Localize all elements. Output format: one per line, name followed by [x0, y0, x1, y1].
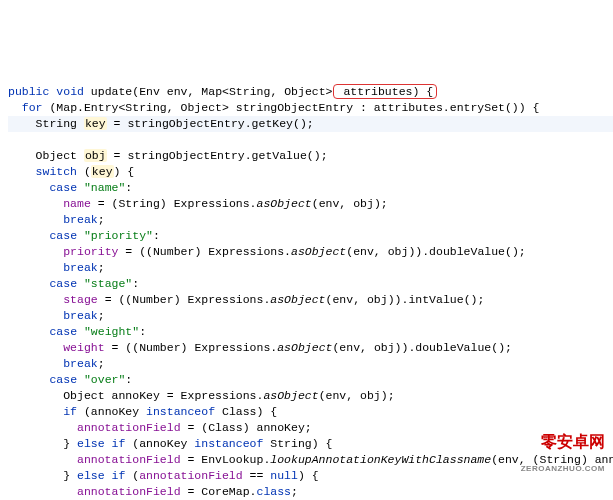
type: Class	[222, 405, 257, 418]
type: Object	[284, 85, 325, 98]
watermark-text: 零安卓网	[541, 433, 605, 450]
kw-break: break	[63, 213, 98, 226]
kw-instanceof: instanceof	[146, 405, 215, 418]
field: annotationField	[77, 421, 181, 434]
line: case "stage":	[8, 277, 139, 290]
kw-switch: switch	[36, 165, 77, 178]
method: asObject	[263, 389, 318, 402]
var: obj	[367, 293, 388, 306]
type: String	[229, 85, 270, 98]
kw-instanceof: instanceof	[194, 437, 263, 450]
watermark: 零安卓网 ZEROANZHUO.COM	[521, 424, 605, 475]
kw-case: case	[49, 325, 77, 338]
string: "priority"	[84, 229, 153, 242]
type: Env	[139, 85, 160, 98]
class: Expressions	[187, 293, 263, 306]
kw-break: break	[63, 309, 98, 322]
line: case "name":	[8, 181, 132, 194]
line: name = (String) Expressions.asObject(env…	[8, 197, 388, 210]
type: Number	[153, 245, 194, 258]
field: weight	[63, 341, 104, 354]
method: asObject	[257, 197, 312, 210]
method: doubleValue	[429, 245, 505, 258]
kw-break: break	[63, 261, 98, 274]
type: Class	[208, 421, 243, 434]
kw-case: case	[49, 277, 77, 290]
line: break;	[8, 309, 105, 322]
kw-elseif: else if	[77, 437, 125, 450]
field: priority	[63, 245, 118, 258]
var: env	[353, 245, 374, 258]
method: doubleValue	[415, 341, 491, 354]
method: entrySet	[450, 101, 505, 114]
var-key: key	[84, 117, 107, 130]
var: obj	[388, 245, 409, 258]
line: Object annoKey = Expressions.asObject(en…	[8, 389, 395, 402]
class: Expressions	[181, 389, 257, 402]
string: "stage"	[84, 277, 132, 290]
kw-case: case	[49, 373, 77, 386]
string: "weight"	[84, 325, 139, 338]
var: env	[319, 197, 340, 210]
var: stringObjectEntry	[127, 117, 244, 130]
line: stage = ((Number) Expressions.asObject(e…	[8, 293, 484, 306]
method: intValue	[408, 293, 463, 306]
field: annotationField	[139, 469, 243, 482]
method: asObject	[277, 341, 332, 354]
watermark-sub: ZEROANZHUO.COM	[521, 464, 605, 473]
type: Number	[132, 293, 173, 306]
kw-null: null	[270, 469, 298, 482]
kw-break: break	[63, 357, 98, 370]
class: Expressions	[208, 245, 284, 258]
field: annotationField	[77, 485, 181, 498]
line: case "weight":	[8, 325, 146, 338]
var: attributes	[374, 101, 443, 114]
field: annotationField	[77, 453, 181, 466]
kw-elseif: else if	[77, 469, 125, 482]
kw-class: class	[256, 485, 291, 498]
type: Object	[63, 389, 104, 402]
method-name: update	[91, 85, 132, 98]
line: case "over":	[8, 373, 132, 386]
type: String	[36, 117, 77, 130]
var: obj	[360, 389, 381, 402]
var-obj: obj	[84, 149, 107, 162]
line: switch (key) {	[8, 165, 134, 178]
kw-public: public	[8, 85, 49, 98]
line-highlighted: String key = stringObjectEntry.getKey();	[8, 116, 613, 132]
line: annotationField = CoreMap.class;	[8, 485, 298, 498]
type: String	[118, 197, 159, 210]
string: "name"	[84, 181, 125, 194]
class: CoreMap	[201, 485, 249, 498]
method: getKey	[252, 117, 293, 130]
field: stage	[63, 293, 98, 306]
class: EnvLookup	[201, 453, 263, 466]
var: obj	[374, 341, 395, 354]
kw-for: for	[22, 101, 43, 114]
kw-case: case	[49, 181, 77, 194]
line: weight = ((Number) Expressions.asObject(…	[8, 341, 512, 354]
class: Expressions	[194, 341, 270, 354]
line: } else if (annoKey instanceof String) {	[8, 437, 332, 450]
method: lookupAnnotationKeyWithClassname	[270, 453, 491, 466]
string: "over"	[84, 373, 125, 386]
line: case "priority":	[8, 229, 160, 242]
var: env	[339, 341, 360, 354]
kw-if: if	[63, 405, 77, 418]
var: annoKey	[256, 421, 304, 434]
line: for (Map.Entry<String, Object> stringObj…	[8, 101, 539, 114]
kw-case: case	[49, 229, 77, 242]
param: env	[167, 85, 188, 98]
line: break;	[8, 213, 105, 226]
method: asObject	[270, 293, 325, 306]
var: annoKey	[139, 437, 187, 450]
type: String	[270, 437, 311, 450]
var: obj	[353, 197, 374, 210]
type: Map.Entry<String, Object>	[56, 101, 229, 114]
var-key: key	[91, 165, 114, 178]
kw-void: void	[56, 85, 84, 98]
line: priority = ((Number) Expressions.asObjec…	[8, 245, 526, 258]
var: env	[332, 293, 353, 306]
line: Object obj = stringObjectEntry.getValue(…	[8, 149, 328, 162]
line: } else if (annotationField == null) {	[8, 469, 319, 482]
